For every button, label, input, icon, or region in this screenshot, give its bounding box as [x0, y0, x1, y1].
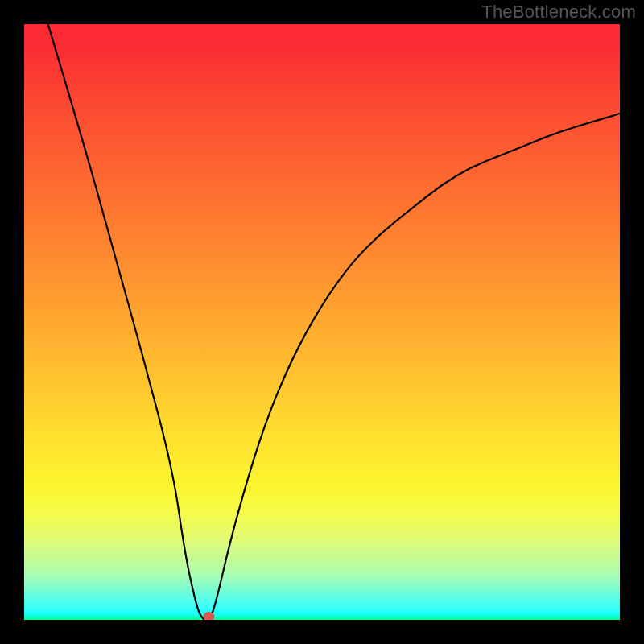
- bottleneck-curve-path: [48, 24, 620, 620]
- curve-layer: [24, 24, 620, 620]
- watermark-text: TheBottleneck.com: [481, 2, 636, 23]
- plot-area: [24, 24, 620, 620]
- chart-canvas: TheBottleneck.com: [0, 0, 644, 644]
